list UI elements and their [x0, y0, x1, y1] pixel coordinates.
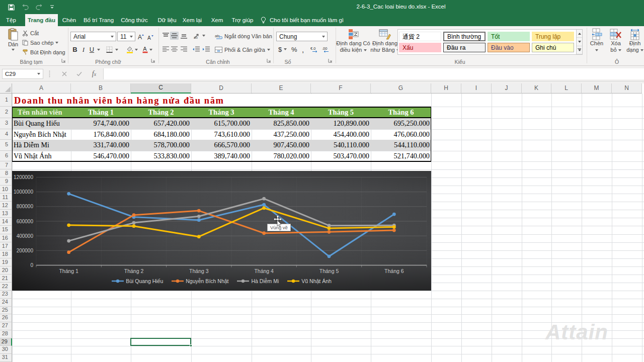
font-size-combo[interactable]: 11 [117, 32, 135, 41]
table-cell-name[interactable]: Hà Diễm Mi [14, 140, 71, 151]
merge-center-button[interactable]: Phối & Căn giữa [215, 46, 270, 54]
cut-button[interactable]: Cắt [22, 29, 39, 37]
conditional-formatting-button[interactable]: Định dạng Cóđiều kiện [335, 28, 371, 53]
format-painter-button[interactable]: Bút Định dạng [22, 48, 65, 56]
table-cell-value[interactable]: 389,740.000 [191, 151, 250, 162]
decrease-decimal-button[interactable]: .00 [321, 45, 331, 53]
row-header-8[interactable]: 8 [0, 169, 12, 177]
row-header-7[interactable]: 7 [0, 161, 12, 169]
row-header-23[interactable]: 23 [0, 291, 12, 299]
row-header-4[interactable]: 4 [0, 129, 12, 140]
column-header-D[interactable]: D [191, 83, 252, 94]
tab-trợ-giúp[interactable]: Trợ giúp [228, 14, 257, 26]
italic-button[interactable]: I [80, 45, 87, 54]
number-dialog-launcher[interactable] [328, 58, 333, 63]
font-name-combo[interactable]: Arial [70, 32, 116, 41]
accounting-dropdown[interactable] [284, 48, 287, 50]
fill-color-icon[interactable] [125, 45, 134, 53]
wrap-text-button[interactable]: ab Ngắt dòng Văn bản [215, 32, 272, 40]
table-cell-name[interactable]: Nguyễn Bích Nhật [14, 129, 71, 140]
table-cell-value[interactable]: 743,610.000 [191, 129, 250, 140]
delete-cells-button[interactable]: Xóabỏ [607, 28, 625, 53]
tab-trang-đầu[interactable]: Trang đầu [25, 14, 58, 26]
column-header-E[interactable]: E [252, 83, 311, 94]
grow-font-button[interactable]: A [137, 32, 145, 41]
row-header-31[interactable]: 31 [0, 354, 12, 362]
row-header-16[interactable]: 16 [0, 234, 12, 242]
table-cell-value[interactable]: 454,400.000 [311, 129, 369, 140]
table-header-cell[interactable]: Tên nhân viên [12, 108, 71, 117]
format-as-table-button[interactable]: Định dạngnhư Bảng [370, 28, 399, 53]
cell-style-2[interactable]: Tốt [488, 32, 530, 41]
orientation-icon[interactable]: ab [192, 32, 201, 40]
copy-dropdown[interactable] [55, 42, 58, 44]
row-header-14[interactable]: 14 [0, 218, 12, 226]
row-header-1[interactable]: 1 [0, 94, 12, 107]
table-header-cell[interactable]: Tháng 2 [131, 108, 191, 117]
orientation-dropdown[interactable] [202, 35, 205, 37]
column-header-L[interactable]: L [551, 83, 582, 94]
increase-indent-button[interactable] [201, 45, 210, 53]
cell-style-3[interactable]: Trung lập [532, 32, 574, 41]
row-header-2[interactable]: 2 [0, 107, 12, 118]
cell-style-5[interactable]: Đầu ra [443, 43, 486, 52]
table-cell-value[interactable]: 780,020.000 [252, 151, 309, 162]
align-right-button[interactable] [180, 45, 188, 53]
comma-button[interactable]: , [302, 45, 304, 53]
font-color-icon[interactable]: A [141, 45, 148, 53]
format-cells-button[interactable]: Địnhdạng [626, 28, 644, 53]
enter-icon[interactable] [74, 69, 84, 79]
number-format-combo[interactable]: Chung [276, 32, 328, 41]
shrink-font-button[interactable]: A [146, 33, 154, 41]
legend-item[interactable]: Bùi Quang Hiếu [112, 278, 163, 284]
table-cell-value[interactable]: 578,700.000 [131, 140, 190, 151]
table-cell-value[interactable]: 974,740.000 [71, 118, 129, 129]
gallery-down-icon[interactable] [577, 38, 582, 46]
align-left-button[interactable] [162, 45, 170, 53]
select-all-corner[interactable] [0, 83, 12, 94]
cell-style-1[interactable]: Bình thường [443, 32, 486, 41]
row-header-20[interactable]: 20 [0, 266, 12, 275]
row-header-11[interactable]: 11 [0, 194, 12, 202]
row-header-15[interactable]: 15 [0, 226, 12, 234]
row-header-21[interactable]: 21 [0, 275, 12, 283]
clipboard-dialog-launcher[interactable] [61, 58, 66, 63]
cell-style-4[interactable]: Xấu [399, 43, 441, 52]
table-cell-value[interactable]: 615,700.000 [191, 118, 250, 129]
table-cell-value[interactable]: 120,890.000 [311, 118, 369, 129]
column-header-I[interactable]: I [461, 83, 492, 94]
row-header-18[interactable]: 18 [0, 250, 12, 258]
table-cell-value[interactable]: 533,830.000 [131, 151, 190, 162]
align-center-button[interactable] [170, 45, 179, 53]
redo-icon[interactable] [36, 4, 43, 10]
paste-dropdown[interactable] [12, 49, 15, 51]
align-bottom-button[interactable] [180, 32, 188, 40]
cell-style-6[interactable]: Đầu vào [488, 43, 530, 52]
column-header-G[interactable]: G [371, 83, 431, 94]
bold-button[interactable]: B [71, 45, 78, 54]
tab-xem[interactable]: Xem [206, 14, 228, 26]
font-dialog-launcher[interactable] [151, 58, 156, 63]
cell-style-0[interactable]: 通貨 2 [399, 32, 441, 41]
row-header-13[interactable]: 13 [0, 210, 12, 218]
column-header-J[interactable]: J [492, 83, 522, 94]
column-header-H[interactable]: H [431, 83, 461, 94]
underline-button[interactable]: U [89, 45, 95, 54]
tab-file[interactable]: Tệp [2, 14, 20, 26]
font-color-dropdown[interactable] [149, 49, 152, 51]
merge-center-dropdown[interactable] [267, 49, 270, 51]
borders-dropdown[interactable] [115, 49, 118, 51]
column-header-K[interactable]: K [522, 83, 551, 94]
gallery-up-icon[interactable] [577, 30, 582, 38]
row-header-25[interactable]: 25 [0, 307, 12, 315]
table-cell-value[interactable]: 176,840.000 [71, 129, 129, 140]
paste-button[interactable]: Dán [4, 28, 22, 51]
cell-style-7[interactable]: Ghi chú [532, 43, 574, 52]
table-cell-value[interactable]: 825,850.000 [252, 118, 309, 129]
row-header-9[interactable]: 9 [0, 177, 12, 186]
name-box-dropdown[interactable] [37, 73, 40, 75]
row-header-22[interactable]: 22 [0, 283, 12, 291]
row-header-24[interactable]: 24 [0, 299, 12, 307]
table-cell-name[interactable]: Bùi Quang Hiếu [14, 118, 71, 129]
row-header-6[interactable]: 6 [0, 151, 12, 162]
